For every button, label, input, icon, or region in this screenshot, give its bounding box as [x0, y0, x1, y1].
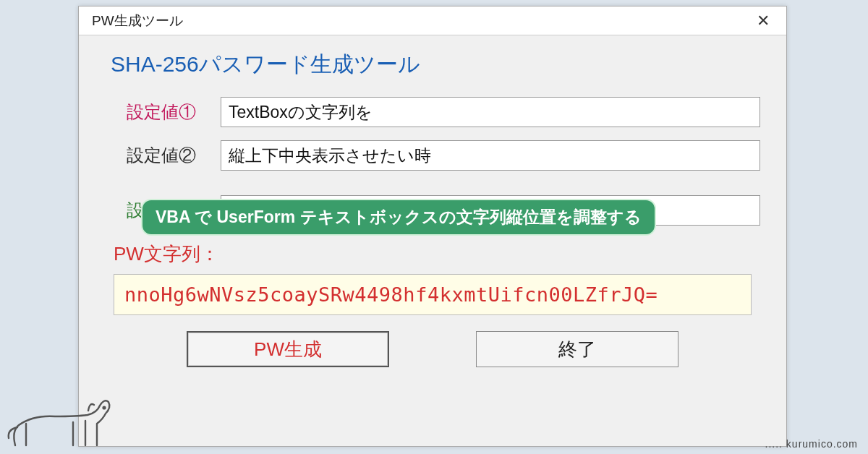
pw-output-label: PW文字列： — [114, 241, 760, 267]
pw-output-field[interactable]: nnoHg6wNVsz5coaySRw4498hf4kxmtUifcn00LZf… — [114, 274, 752, 315]
dog-illustration — [4, 395, 113, 451]
button-label: 終了 — [558, 337, 596, 362]
pw-output-value: nnoHg6wNVsz5coaySRw4498hf4kxmtUifcn00LZf… — [124, 283, 658, 306]
page-title: SHA-256パスワード生成ツール — [111, 50, 760, 80]
generate-button[interactable]: PW生成 — [187, 331, 389, 367]
window-title: PW生成ツール — [92, 12, 183, 30]
textbox-setting-2[interactable]: 縦上下中央表示させたい時 — [221, 140, 760, 171]
label-setting-2: 設定値② — [127, 144, 221, 167]
textbox-value: TextBoxの文字列を — [229, 101, 373, 124]
button-row: PW生成 終了 — [105, 331, 760, 367]
field-row-2: 設定値② 縦上下中央表示させたい時 — [127, 140, 760, 171]
titlebar: PW生成ツール ✕ — [79, 7, 786, 35]
button-label: PW生成 — [254, 337, 322, 362]
close-button[interactable]: ✕ — [747, 9, 779, 33]
overlay-banner: VBA で UserForm テキストボックスの文字列縦位置を調整する — [141, 199, 656, 236]
textbox-value: 縦上下中央表示させたい時 — [229, 145, 431, 167]
svg-point-0 — [103, 407, 106, 409]
field-row-1: 設定値① TextBoxの文字列を — [127, 97, 760, 127]
exit-button[interactable]: 終了 — [476, 331, 678, 367]
watermark-text: ..... kurumico.com — [765, 438, 858, 450]
close-icon: ✕ — [757, 12, 770, 30]
label-setting-1: 設定値① — [127, 100, 221, 124]
overlay-text: VBA で UserForm テキストボックスの文字列縦位置を調整する — [156, 207, 642, 226]
dog-icon — [4, 395, 113, 451]
textbox-setting-1[interactable]: TextBoxの文字列を — [221, 97, 760, 127]
